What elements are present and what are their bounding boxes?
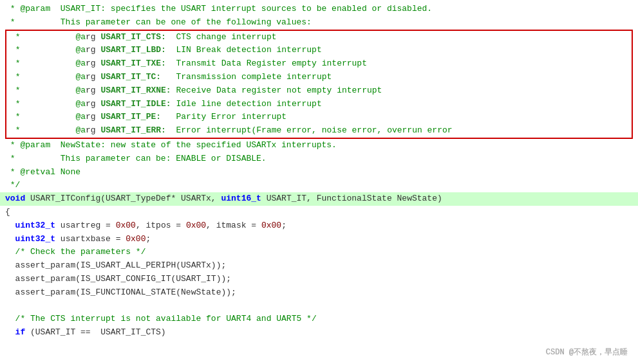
code-line: * @arg USART_IT_PE: Parity Error interru… [6,111,632,124]
code-line: * @arg USART_IT_TXE: Transmit Data Regis… [6,57,632,71]
code-line: * @arg USART_IT_LBD: LIN Break detection… [6,44,632,57]
function-signature-line: void USART_ITConfig(USART_TypeDef* USART… [0,192,638,206]
watermark: CSDN @不熬夜，早点睡 [546,347,628,359]
code-line: if (USART_IT == USART_IT_CTS) [0,326,638,340]
code-text: * @arg USART_IT_TC: Transmission complet… [10,71,332,84]
code-text: assert_param(IS_USART_ALL_PERIPH(USARTx)… [5,259,226,273]
code-text: * This parameter can be: ENABLE or DISAB… [5,152,267,166]
code-text: * @arg USART_IT_TXE: Transmit Data Regis… [10,57,367,71]
code-line: * This parameter can be: ENABLE or DISAB… [0,152,638,166]
code-line: assert_param(IS_USART_CONFIG_IT(USART_IT… [0,273,638,286]
red-box-section: * @arg USART_IT_CTS: CTS change interrup… [5,30,633,139]
code-line: * @arg USART_IT_CTS: CTS change interrup… [6,31,632,44]
code-text: * @arg USART_IT_RXNE: Receive Data regis… [10,84,382,98]
code-line: { [0,206,638,219]
code-text: uint32_t usartreg = 0x00, itpos = 0x00, … [5,219,286,233]
code-line: assert_param(IS_FUNCTIONAL_STATE(NewStat… [0,286,638,300]
code-line: uint32_t usartxbase = 0x00; [0,233,638,246]
code-text: * @param NewState: new state of the spec… [5,139,337,152]
code-text: * @param USART_IT: specifies the USART i… [5,3,432,16]
code-text: * @arg USART_IT_IDLE: Idle line detectio… [10,98,322,111]
code-line: * This parameter can be one of the follo… [0,16,638,30]
code-text: assert_param(IS_USART_CONFIG_IT(USART_IT… [5,273,231,286]
code-line: * @arg USART_IT_RXNE: Receive Data regis… [6,84,632,98]
code-text: { [5,206,10,219]
code-line: * @param NewState: new state of the spec… [0,139,638,152]
code-text: */ [5,179,20,192]
code-line: assert_param(IS_USART_ALL_PERIPH(USARTx)… [0,259,638,273]
code-line: * @param USART_IT: specifies the USART i… [0,3,638,16]
code-line: */ [0,179,638,192]
code-text: assert_param(IS_FUNCTIONAL_STATE(NewStat… [5,286,236,300]
code-line: /* Check the parameters */ [0,246,638,259]
code-line: uint32_t usartreg = 0x00, itpos = 0x00, … [0,219,638,233]
code-text: * @arg USART_IT_LBD: LIN Break detection… [10,44,322,57]
code-text: uint32_t usartxbase = 0x00; [5,233,151,246]
code-text: * @arg USART_IT_PE: Parity Error interru… [10,111,286,124]
code-text: * @arg USART_IT_CTS: CTS change interrup… [10,31,277,44]
code-text [5,300,10,313]
code-line [0,300,638,313]
code-text: * @retval None [5,166,80,179]
code-line: * @retval None [0,166,638,179]
code-text: /* Check the parameters */ [5,246,145,259]
code-text: * @arg USART_IT_ERR: Error interrupt(Fra… [10,124,453,138]
code-text: * This parameter can be one of the follo… [5,16,312,30]
code-text: if (USART_IT == USART_IT_CTS) [5,326,166,340]
function-signature-text: void USART_ITConfig(USART_TypeDef* USART… [5,192,442,206]
code-text: /* The CTS interrupt is not available fo… [5,313,317,326]
code-line: /* The CTS interrupt is not available fo… [0,313,638,326]
code-container: * @param USART_IT: specifies the USART i… [0,0,638,364]
code-line: * @arg USART_IT_TC: Transmission complet… [6,71,632,84]
code-line: * @arg USART_IT_ERR: Error interrupt(Fra… [6,124,632,138]
code-line: * @arg USART_IT_IDLE: Idle line detectio… [6,98,632,111]
